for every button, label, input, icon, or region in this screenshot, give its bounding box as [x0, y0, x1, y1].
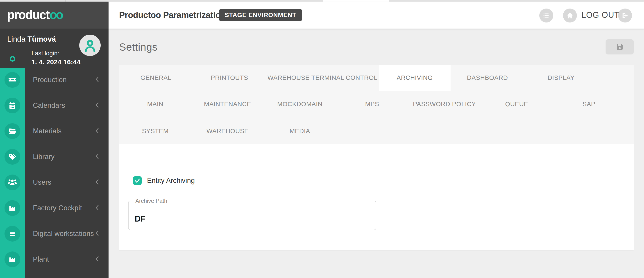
- sidebar-item-users[interactable]: Users: [0, 170, 108, 195]
- save-button[interactable]: [606, 39, 634, 54]
- status-indicator: [10, 56, 15, 62]
- pallet-icon: [8, 75, 17, 85]
- tags-icon: [8, 152, 17, 161]
- users-icon-button[interactable]: [4, 175, 20, 190]
- sidebar-item-label: Production: [33, 76, 67, 84]
- page-header-title: Productoo Parametrization: [119, 10, 226, 20]
- sidebar-item-plant[interactable]: Plant: [0, 247, 108, 272]
- folder-open-icon: [8, 126, 17, 136]
- library-icon-button[interactable]: [4, 149, 20, 165]
- save-icon: [616, 43, 624, 51]
- materials-icon-button[interactable]: [4, 123, 20, 139]
- logout-label[interactable]: LOG OUT: [582, 10, 620, 20]
- factory-cockpit-icon-button[interactable]: [4, 200, 20, 216]
- calendar-icon: [8, 101, 17, 110]
- archiving-panel: [119, 144, 634, 250]
- factory-icon: [8, 255, 17, 264]
- sidebar-item-label: Users: [33, 178, 51, 187]
- tab-queue[interactable]: QUEUE: [480, 91, 553, 118]
- tab-system[interactable]: SYSTEM: [119, 118, 192, 144]
- production-icon-button[interactable]: [4, 72, 20, 88]
- tab-general[interactable]: GENERAL: [119, 65, 193, 91]
- tab-maintenance[interactable]: MAINTENANCE: [192, 91, 264, 118]
- page-title: Settings: [119, 41, 158, 53]
- avatar: [79, 35, 101, 56]
- settings-tabstrip: GENERAL PRINTOUTS WAREHOUSE TERMINAL CON…: [119, 65, 634, 144]
- logo-oo: oo: [49, 7, 62, 21]
- sidebar-item-factory-cockpit[interactable]: Factory Cockpit: [0, 195, 108, 221]
- tab-dashboard[interactable]: DASHBOARD: [450, 65, 524, 91]
- logo-text: product: [7, 7, 49, 21]
- sidebar-item-production[interactable]: Production: [0, 67, 108, 93]
- tab-mps[interactable]: MPS: [336, 91, 408, 118]
- settings-page: Settings GENERAL PRINTOUTS WAREHOUSE TER…: [108, 28, 644, 278]
- person-icon: [83, 38, 97, 52]
- app-header: Productoo Parametrization STAGE ENVIRONM…: [108, 1, 644, 28]
- sidebar-item-label: Factory Cockpit: [33, 204, 82, 212]
- tab-media[interactable]: MEDIA: [264, 118, 336, 144]
- logout-button[interactable]: [618, 8, 632, 22]
- tab-warehouse-terminal-control[interactable]: WAREHOUSE TERMINAL CONTROL: [266, 65, 379, 91]
- sidebar-item-label: Materials: [33, 127, 62, 135]
- user-name: Linda Tůmová: [7, 35, 56, 43]
- entity-archiving-label: Entity Archiving: [147, 177, 195, 185]
- chevron-left-icon: [94, 101, 100, 110]
- tab-mockdomain[interactable]: MOCKDOMAIN: [264, 91, 336, 118]
- chevron-left-icon: [94, 204, 100, 212]
- settings-card: GENERAL PRINTOUTS WAREHOUSE TERMINAL CON…: [119, 65, 634, 250]
- tab-archiving[interactable]: ARCHIVING: [379, 65, 450, 91]
- logout-icon: [621, 11, 629, 19]
- tab-sap[interactable]: SAP: [553, 91, 625, 118]
- sidebar-item-label: Library: [33, 153, 54, 161]
- chevron-left-icon: [94, 153, 100, 161]
- chevron-left-icon: [94, 127, 100, 135]
- sidebar-item-label: Plant: [33, 255, 49, 263]
- sidebar-item-calendars[interactable]: Calendars: [0, 93, 108, 118]
- chevron-left-icon: [94, 76, 100, 84]
- chevron-left-icon: [94, 178, 100, 187]
- productoo-logo: productoo: [7, 7, 62, 22]
- tab-main[interactable]: MAIN: [119, 91, 192, 118]
- chevron-left-icon: [94, 229, 100, 238]
- archive-path-field: Archive Path: [128, 201, 376, 230]
- digital-workstations-icon-button[interactable]: [4, 226, 20, 242]
- menu-list-button[interactable]: [539, 8, 553, 22]
- plant-icon-button[interactable]: [4, 252, 20, 267]
- menu-list-icon: [542, 11, 550, 19]
- home-button[interactable]: [563, 8, 577, 22]
- archive-path-input[interactable]: [128, 201, 376, 230]
- tab-password-policy[interactable]: PASSWORD POLICY: [408, 91, 480, 118]
- logo-block: productoo: [0, 1, 108, 28]
- sidebar-item-materials[interactable]: Materials: [0, 118, 108, 144]
- tab-printouts[interactable]: PRINTOUTS: [193, 65, 266, 91]
- sidebar-item-label: Calendars: [33, 101, 65, 110]
- last-login-value: 1. 4. 2024 16:44: [31, 58, 80, 66]
- browser-active-tab: [323, 0, 389, 1]
- chevron-left-icon: [94, 255, 100, 264]
- users-icon: [8, 178, 17, 187]
- check-icon: [134, 177, 141, 184]
- sidebar-item-digital-workstations[interactable]: Digital workstations: [0, 221, 108, 247]
- lines-icon: [8, 229, 17, 238]
- sidebar-item-library[interactable]: Library: [0, 144, 108, 170]
- sidebar: productoo Linda Tůmová Last login: 1. 4.…: [0, 1, 108, 278]
- sidebar-item-label: Digital workstations: [33, 230, 94, 238]
- factory-icon: [8, 203, 17, 213]
- home-icon: [566, 11, 574, 19]
- tab-display[interactable]: DISPLAY: [524, 65, 598, 91]
- environment-badge: STAGE ENVIRONMENT: [219, 9, 302, 21]
- entity-archiving-checkbox[interactable]: [133, 176, 142, 185]
- last-login-label: Last login:: [32, 50, 59, 57]
- calendars-icon-button[interactable]: [4, 98, 20, 113]
- tab-warehouse[interactable]: WAREHOUSE: [192, 118, 264, 144]
